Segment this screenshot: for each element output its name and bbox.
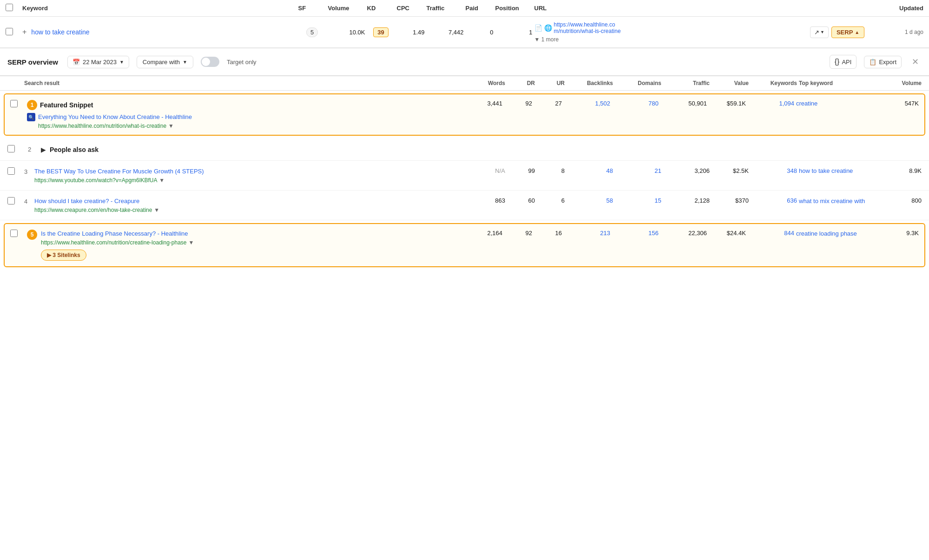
th-search-result: Search result (24, 80, 466, 86)
url-col-header: URL (534, 5, 809, 12)
dr-4: 60 (507, 197, 535, 204)
dr-3: 99 (507, 167, 535, 174)
th-domains: Domains (615, 80, 661, 86)
row3-checkbox[interactable] (7, 167, 22, 176)
words-3: N/A (468, 167, 505, 174)
top-keyword-5[interactable]: creatine loading phase (796, 230, 857, 237)
value-3: $2.5K (712, 167, 749, 174)
position-value: 1 (495, 29, 533, 36)
traffic-1: 50,901 (660, 100, 707, 107)
compare-with-button[interactable]: Compare with ▼ (137, 56, 193, 68)
result-link-4[interactable]: How should I take creatine? - Creapure (34, 198, 139, 204)
trend-button[interactable]: ↗ ▼ (810, 26, 829, 38)
domains-1[interactable]: 780 (612, 100, 659, 107)
volume-5: 9.3K (872, 230, 919, 237)
backlinks-3[interactable]: 48 (567, 167, 613, 174)
backlinks-4[interactable]: 58 (567, 197, 613, 204)
backlinks-5[interactable]: 213 (564, 230, 610, 237)
top-keyword-5-container: creatine loading phase (796, 230, 870, 237)
sf-value: 5 (306, 27, 318, 37)
sitelinks-button[interactable]: ▶ 3 Sitelinks (41, 250, 86, 261)
th-dr: DR (507, 80, 535, 86)
top-keyword-3[interactable]: how to take creatine (799, 167, 873, 174)
more-link[interactable]: ▼ 1 more (534, 36, 559, 43)
paid-value: 0 (466, 29, 494, 36)
words-4: 863 (468, 197, 505, 204)
result-num-4: 4 (24, 198, 31, 205)
featured-snippet-label: Featured Snippet (40, 101, 93, 109)
keyword-link[interactable]: how to take creatine (31, 28, 89, 36)
results-table-header: Search result Words DR UR Backlinks Doma… (0, 76, 929, 91)
updated-value: 1 d ago (886, 29, 923, 35)
result-url-3[interactable]: https://www.youtube.com/watch?v=Apgm6lKB… (34, 177, 157, 184)
keywords-4[interactable]: 636 (751, 197, 797, 204)
export-icon: 📋 (869, 59, 876, 66)
keywords-1[interactable]: 1,094 (748, 100, 794, 107)
domains-5[interactable]: 156 (612, 230, 659, 237)
result-url-1[interactable]: https://www.healthline.com/nutrition/wha… (38, 123, 166, 129)
ur-4: 6 (537, 197, 565, 204)
url-link[interactable]: https://www.healthline.co (554, 21, 615, 28)
th-words: Words (468, 80, 505, 86)
api-button[interactable]: {} API (830, 55, 857, 69)
calendar-icon: 📅 (72, 59, 80, 66)
api-icon: {} (835, 58, 840, 66)
backlinks-1[interactable]: 1,502 (564, 100, 610, 107)
compare-label: Compare with (143, 59, 180, 66)
result-col-3: 3 The BEST Way To Use Creatine For Muscl… (24, 167, 466, 184)
keyword-row-checkbox[interactable] (6, 28, 20, 37)
paa-expand-arrow[interactable]: ▶ (41, 146, 46, 153)
traffic-3: 3,206 (663, 167, 710, 174)
result-row-3: 3 The BEST Way To Use Creatine For Muscl… (0, 161, 929, 191)
chevron-down-icon: ▼ (119, 59, 124, 65)
result-link-5[interactable]: Is the Creatine Loading Phase Necessary?… (41, 230, 188, 237)
domains-3[interactable]: 21 (615, 167, 661, 174)
domains-4[interactable]: 15 (615, 197, 661, 204)
result-url-5[interactable]: https://www.healthline.com/nutrition/cre… (41, 239, 187, 246)
add-keyword-button[interactable]: + (22, 28, 26, 36)
result-link-3[interactable]: The BEST Way To Use Creatine For Muscle … (34, 168, 204, 175)
keywords-5[interactable]: 844 (748, 230, 794, 237)
result-link-1[interactable]: Everything You Need to Know About Creati… (38, 113, 192, 120)
paa-checkbox[interactable] (7, 145, 15, 154)
target-only-label: Target only (227, 59, 257, 66)
traffic-col-header: Traffic (427, 5, 464, 12)
row5-checkbox[interactable] (10, 230, 25, 238)
top-keyword-1[interactable]: creatine (796, 100, 870, 107)
traffic-4: 2,128 (663, 197, 710, 204)
volume-1: 547K (872, 100, 919, 107)
paid-col-header: Paid (466, 5, 494, 12)
api-label: API (842, 59, 851, 66)
url-link-2[interactable]: m/nutrition/what-is-creatine (554, 28, 621, 34)
kd-value: 39 (373, 27, 388, 37)
row4-checkbox[interactable] (7, 197, 22, 206)
row1-checkbox[interactable] (10, 100, 25, 109)
chevron-down-icon-compare: ▼ (183, 59, 187, 65)
target-only-toggle[interactable] (201, 57, 219, 67)
result-num-badge-1: 1 (27, 100, 37, 110)
th-backlinks: Backlinks (567, 80, 613, 86)
keywords-3[interactable]: 348 (751, 167, 797, 174)
top-keyword-4[interactable]: what to mix creatine with (799, 198, 865, 204)
words-1: 3,441 (465, 100, 502, 107)
kd-col-header: KD (367, 5, 395, 12)
ur-1: 27 (534, 100, 562, 107)
close-button[interactable]: ✕ (909, 57, 922, 67)
th-value: Value (712, 80, 749, 86)
date-picker-button[interactable]: 📅 22 Mar 2023 ▼ (67, 56, 129, 68)
sf-col-header: SF (298, 5, 326, 12)
updated-col-header: Updated (886, 5, 923, 12)
serp-button[interactable]: SERP ▲ (831, 26, 864, 38)
volume-col-header: Volume (328, 5, 365, 12)
result-num-badge-5: 5 (27, 230, 37, 240)
actions-cell: ↗ ▼ SERP ▲ (810, 26, 884, 38)
result-row-4: 4 How should I take creatine? - Creapure… (0, 191, 929, 220)
result-col-1: 1 Featured Snippet 🔍 Everything You Need… (27, 100, 463, 129)
position-col-header: Position (495, 5, 533, 12)
result-url-4[interactable]: https://www.creapure.com/en/how-take-cre… (34, 207, 152, 213)
date-value: 22 Mar 2023 (83, 59, 117, 66)
checkbox-header[interactable] (6, 4, 20, 13)
volume-3: 8.9K (875, 167, 922, 174)
paa-title: People also ask (50, 146, 99, 153)
export-button[interactable]: 📋 Export (864, 56, 902, 68)
